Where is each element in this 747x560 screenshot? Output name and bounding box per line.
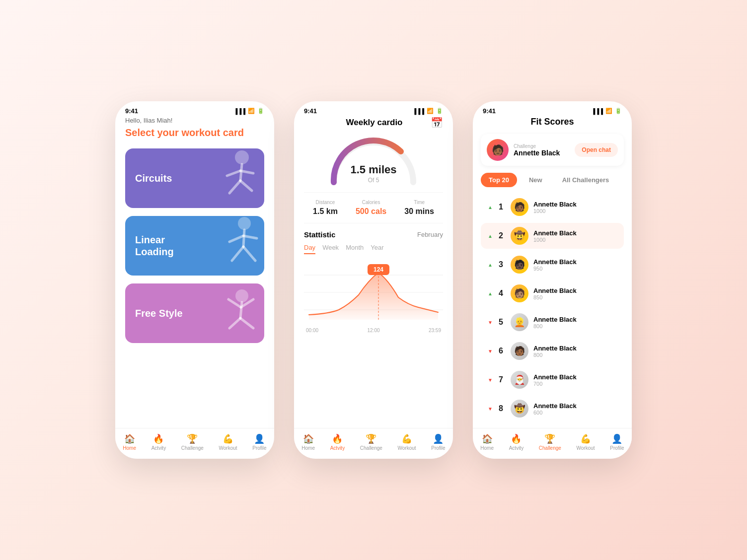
fit-scores-title: Fit Scores	[481, 117, 624, 127]
rank-indicator: ▼	[486, 377, 495, 383]
chart-area: 124	[304, 260, 443, 325]
user-avatar: 🧑🏿	[511, 256, 528, 274]
filter-new[interactable]: New	[521, 173, 550, 187]
rank-number: 7	[499, 375, 507, 384]
leaderboard-item[interactable]: ▲ 3 🧑🏿 Annette Black 950	[481, 252, 624, 278]
nav-home-3[interactable]: 🏠 Home	[480, 433, 494, 451]
user-info: Annette Black 800	[533, 345, 619, 358]
profile-icon-3: 👤	[611, 433, 622, 444]
rank-number: 1	[499, 203, 507, 211]
trend-arrow: ▼	[488, 406, 493, 412]
svg-point-6	[238, 217, 251, 230]
user-score: 850	[533, 294, 619, 300]
leaderboard-item[interactable]: ▲ 2 🤠 Annette Black 1000	[481, 223, 624, 249]
rank-number: 2	[499, 231, 507, 240]
nav-activity-3[interactable]: 🔥 Actvity	[509, 433, 523, 451]
user-name: Annette Black	[533, 402, 619, 410]
open-chat-button[interactable]: Open chat	[575, 143, 618, 157]
leaderboard-item[interactable]: ▼ 8 🤠 Annette Black 600	[481, 396, 624, 421]
user-name: Annette Black	[533, 287, 619, 294]
leaderboard-item[interactable]: ▼ 6 🧑🏾 Annette Black 800	[481, 338, 624, 364]
nav-challenge-2[interactable]: 🏆 Challenge	[360, 433, 382, 451]
nav-workout-3[interactable]: 💪 Workout	[577, 433, 595, 451]
rank-number: 4	[499, 289, 507, 298]
nav-workout-label-2: Workout	[398, 445, 416, 451]
phone-2-content: Weekly cardio 📅 1	[294, 117, 453, 444]
status-bar-3: 9:41 ▐▐▐ 📶 🔋	[473, 101, 632, 117]
nav-home-2[interactable]: 🏠 Home	[301, 433, 315, 451]
trend-arrow: ▲	[488, 291, 493, 296]
tab-year[interactable]: Year	[371, 244, 383, 254]
workout-icon-2: 💪	[401, 433, 412, 444]
svg-text:Of 5: Of 5	[368, 177, 379, 184]
nav-profile-2[interactable]: 👤 Profile	[431, 433, 445, 451]
stat-calories-value: 500 cals	[356, 207, 386, 216]
home-icon-1: 🏠	[124, 433, 135, 444]
card-circuits[interactable]: Circuits	[125, 148, 264, 208]
status-icons-3: ▐▐▐ 📶 🔋	[592, 108, 622, 114]
svg-line-2	[229, 181, 240, 193]
bottom-nav-1: 🏠 Home 🔥 Actvity 🏆 Challenge 💪 Workout 👤…	[115, 428, 274, 459]
time-tabs: Day Week Month Year	[304, 244, 443, 254]
leaderboard-item[interactable]: ▼ 5 👱 Annette Black 800	[481, 309, 624, 335]
status-icons-2: ▐▐▐ 📶 🔋	[413, 108, 443, 114]
nav-challenge-1[interactable]: 🏆 Challenge	[181, 433, 204, 451]
nav-home-1[interactable]: 🏠 Home	[123, 433, 136, 451]
signal-icon-3: ▐▐▐	[592, 108, 603, 114]
tab-month[interactable]: Month	[346, 244, 364, 254]
nav-activity-1[interactable]: 🔥 Actvity	[151, 433, 166, 451]
nav-profile-3[interactable]: 👤 Profile	[610, 433, 624, 451]
nav-activity-label-3: Actvity	[509, 445, 523, 451]
nav-profile-1[interactable]: 👤 Profile	[252, 433, 266, 451]
challenge-info: Challenge Annette Black	[514, 143, 575, 157]
tab-week[interactable]: Week	[322, 244, 339, 254]
user-score: 600	[533, 410, 619, 416]
user-info: Annette Black 850	[533, 287, 619, 300]
rank-number: 5	[499, 318, 507, 327]
rank-number: 8	[499, 404, 507, 413]
tab-day[interactable]: Day	[304, 244, 315, 254]
svg-text:1.5 miles: 1.5 miles	[351, 163, 397, 176]
leaderboard-item[interactable]: ▲ 4 🧑🏽 Annette Black 850	[481, 280, 624, 306]
svg-text:124: 124	[374, 266, 383, 273]
nav-challenge-label-3: Challenge	[539, 445, 561, 451]
nav-workout-1[interactable]: 💪 Workout	[219, 433, 237, 451]
stat-time-value: 30 mins	[404, 207, 434, 216]
nav-challenge-3[interactable]: 🏆 Challenge	[539, 433, 561, 451]
phone-1: 9:41 ▐▐▐ 📶 🔋 Hello, Ilias Miah! Select y…	[115, 101, 274, 459]
user-name: Annette Black	[533, 345, 619, 352]
svg-line-11	[243, 236, 257, 238]
bottom-nav-2: 🏠 Home 🔥 Actvity 🏆 Challenge 💪 Workout 👤…	[294, 428, 453, 459]
svg-line-9	[243, 247, 255, 261]
trend-arrow: ▲	[488, 262, 493, 268]
time-mid: 12:00	[367, 328, 379, 333]
user-avatar: 🎅	[511, 371, 528, 389]
phone-3: 9:41 ▐▐▐ 📶 🔋 Fit Scores 🧑🏾 Challenge Ann…	[473, 101, 632, 459]
nav-activity-2[interactable]: 🔥 Actvity	[330, 433, 345, 451]
home-icon-3: 🏠	[482, 433, 493, 444]
trend-arrow: ▼	[488, 377, 493, 383]
card-linear-figure	[200, 216, 264, 276]
leaderboard-item[interactable]: ▲ 1 🧑🏾 Annette Black 1000	[481, 194, 624, 220]
svg-line-7	[243, 230, 244, 247]
nav-workout-label-1: Workout	[219, 445, 237, 451]
nav-workout-2[interactable]: 💪 Workout	[398, 433, 416, 451]
user-avatar: 👱	[511, 313, 528, 331]
challenge-avatar: 🧑🏾	[487, 139, 509, 161]
user-score: 950	[533, 266, 619, 272]
card-linear-loading[interactable]: Linear Loading	[125, 216, 264, 276]
user-avatar: 🧑🏽	[511, 284, 528, 302]
svg-line-14	[229, 318, 240, 328]
svg-point-0	[235, 150, 249, 164]
filter-top20[interactable]: Top 20	[481, 173, 517, 187]
svg-line-4	[227, 171, 240, 176]
stat-distance: Distance 1.5 km	[313, 200, 338, 216]
filter-all-challengers[interactable]: All Challengers	[554, 173, 617, 187]
card-freestyle[interactable]: Free Style	[125, 283, 264, 343]
calendar-icon[interactable]: 📅	[431, 117, 443, 129]
leaderboard-item[interactable]: ▼ 7 🎅 Annette Black 700	[481, 367, 624, 393]
user-avatar: 🧑🏾	[511, 198, 528, 216]
greeting: Hello, Ilias Miah!	[125, 117, 264, 124]
workout-icon-3: 💪	[580, 433, 591, 444]
trend-arrow: ▼	[488, 349, 493, 354]
